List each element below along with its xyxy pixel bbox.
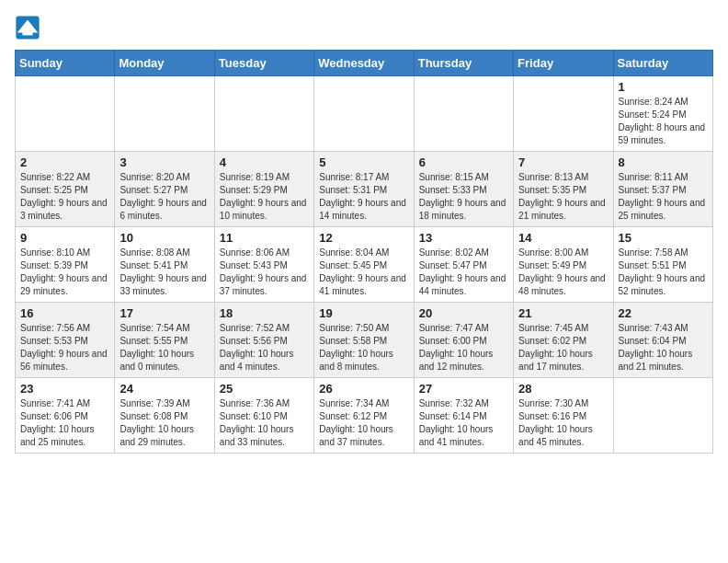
day-info: Sunrise: 8:24 AM Sunset: 5:24 PM Dayligh… [619, 96, 708, 147]
calendar-cell: 12Sunrise: 8:04 AM Sunset: 5:45 PM Dayli… [314, 227, 414, 303]
calendar-cell [16, 76, 115, 152]
day-info: Sunrise: 8:06 AM Sunset: 5:43 PM Dayligh… [220, 247, 309, 298]
weekday-header-wednesday: Wednesday [314, 51, 414, 76]
weekday-header-monday: Monday [115, 51, 214, 76]
calendar-cell: 4Sunrise: 8:19 AM Sunset: 5:29 PM Daylig… [214, 152, 313, 227]
day-number: 12 [319, 231, 408, 245]
calendar-cell: 22Sunrise: 7:43 AM Sunset: 6:04 PM Dayli… [613, 303, 712, 378]
day-info: Sunrise: 7:36 AM Sunset: 6:10 PM Dayligh… [220, 397, 309, 449]
day-number: 5 [319, 155, 408, 169]
day-info: Sunrise: 7:34 AM Sunset: 6:12 PM Dayligh… [319, 397, 408, 449]
calendar-cell [214, 76, 313, 152]
calendar-week-row: 23Sunrise: 7:41 AM Sunset: 6:06 PM Dayli… [16, 378, 713, 454]
day-info: Sunrise: 8:08 AM Sunset: 5:41 PM Dayligh… [119, 247, 209, 298]
day-number: 4 [220, 155, 309, 169]
day-number: 20 [419, 306, 508, 320]
calendar-cell: 14Sunrise: 8:00 AM Sunset: 5:49 PM Dayli… [514, 227, 613, 303]
day-number: 23 [20, 382, 109, 396]
day-number: 2 [20, 155, 109, 169]
calendar-week-row: 1Sunrise: 8:24 AM Sunset: 5:24 PM Daylig… [16, 76, 713, 152]
day-number: 15 [619, 231, 708, 245]
calendar-cell: 11Sunrise: 8:06 AM Sunset: 5:43 PM Dayli… [214, 227, 313, 303]
day-info: Sunrise: 8:17 AM Sunset: 5:31 PM Dayligh… [319, 171, 408, 223]
calendar-week-row: 16Sunrise: 7:56 AM Sunset: 5:53 PM Dayli… [16, 303, 713, 378]
calendar-cell [314, 76, 414, 152]
day-number: 13 [419, 231, 508, 245]
calendar-cell: 23Sunrise: 7:41 AM Sunset: 6:06 PM Dayli… [16, 378, 115, 454]
calendar-cell: 24Sunrise: 7:39 AM Sunset: 6:08 PM Dayli… [115, 378, 214, 454]
day-info: Sunrise: 7:52 AM Sunset: 5:56 PM Dayligh… [220, 322, 309, 373]
day-info: Sunrise: 8:13 AM Sunset: 5:35 PM Dayligh… [518, 171, 608, 223]
calendar-cell: 10Sunrise: 8:08 AM Sunset: 5:41 PM Dayli… [115, 227, 214, 303]
day-info: Sunrise: 8:19 AM Sunset: 5:29 PM Dayligh… [220, 171, 309, 223]
day-info: Sunrise: 8:10 AM Sunset: 5:39 PM Dayligh… [20, 247, 109, 298]
header [15, 15, 713, 40]
calendar-cell: 16Sunrise: 7:56 AM Sunset: 5:53 PM Dayli… [16, 303, 115, 378]
day-info: Sunrise: 8:11 AM Sunset: 5:37 PM Dayligh… [619, 171, 708, 223]
day-number: 11 [220, 231, 309, 245]
calendar-cell: 7Sunrise: 8:13 AM Sunset: 5:35 PM Daylig… [514, 152, 613, 227]
day-info: Sunrise: 8:04 AM Sunset: 5:45 PM Dayligh… [319, 247, 408, 298]
weekday-header-friday: Friday [514, 51, 613, 76]
day-info: Sunrise: 8:22 AM Sunset: 5:25 PM Dayligh… [20, 171, 109, 223]
day-number: 19 [319, 306, 408, 320]
calendar-cell: 2Sunrise: 8:22 AM Sunset: 5:25 PM Daylig… [16, 152, 115, 227]
day-number: 1 [619, 80, 708, 94]
day-info: Sunrise: 7:54 AM Sunset: 5:55 PM Dayligh… [119, 322, 209, 373]
day-info: Sunrise: 7:30 AM Sunset: 6:16 PM Dayligh… [518, 397, 608, 449]
weekday-header-tuesday: Tuesday [214, 51, 313, 76]
day-info: Sunrise: 7:56 AM Sunset: 5:53 PM Dayligh… [20, 322, 109, 373]
calendar-cell [613, 378, 712, 454]
day-number: 18 [220, 306, 309, 320]
day-info: Sunrise: 7:41 AM Sunset: 6:06 PM Dayligh… [20, 397, 109, 449]
day-number: 22 [619, 306, 708, 320]
day-info: Sunrise: 7:58 AM Sunset: 5:51 PM Dayligh… [619, 247, 708, 298]
logo [15, 15, 42, 40]
calendar-cell: 6Sunrise: 8:15 AM Sunset: 5:33 PM Daylig… [414, 152, 513, 227]
day-info: Sunrise: 7:45 AM Sunset: 6:02 PM Dayligh… [518, 322, 608, 373]
day-number: 25 [220, 382, 309, 396]
day-number: 9 [20, 231, 109, 245]
day-number: 24 [119, 382, 209, 396]
weekday-header-row: SundayMondayTuesdayWednesdayThursdayFrid… [16, 51, 713, 76]
calendar-cell: 8Sunrise: 8:11 AM Sunset: 5:37 PM Daylig… [613, 152, 712, 227]
day-number: 28 [518, 382, 608, 396]
calendar-cell: 19Sunrise: 7:50 AM Sunset: 5:58 PM Dayli… [314, 303, 414, 378]
calendar-cell: 25Sunrise: 7:36 AM Sunset: 6:10 PM Dayli… [214, 378, 313, 454]
calendar-cell: 13Sunrise: 8:02 AM Sunset: 5:47 PM Dayli… [414, 227, 513, 303]
calendar-cell [414, 76, 513, 152]
calendar-cell [115, 76, 214, 152]
calendar-cell: 17Sunrise: 7:54 AM Sunset: 5:55 PM Dayli… [115, 303, 214, 378]
day-info: Sunrise: 8:00 AM Sunset: 5:49 PM Dayligh… [518, 247, 608, 298]
day-info: Sunrise: 7:50 AM Sunset: 5:58 PM Dayligh… [319, 322, 408, 373]
day-number: 27 [419, 382, 508, 396]
calendar-cell: 26Sunrise: 7:34 AM Sunset: 6:12 PM Dayli… [314, 378, 414, 454]
day-info: Sunrise: 8:15 AM Sunset: 5:33 PM Dayligh… [419, 171, 508, 223]
weekday-header-sunday: Sunday [16, 51, 115, 76]
day-number: 3 [119, 155, 209, 169]
day-number: 17 [119, 306, 209, 320]
calendar-cell: 18Sunrise: 7:52 AM Sunset: 5:56 PM Dayli… [214, 303, 313, 378]
calendar-cell: 20Sunrise: 7:47 AM Sunset: 6:00 PM Dayli… [414, 303, 513, 378]
day-number: 7 [518, 155, 608, 169]
calendar-cell [514, 76, 613, 152]
day-number: 10 [119, 231, 209, 245]
svg-rect-2 [22, 29, 32, 35]
day-info: Sunrise: 7:43 AM Sunset: 6:04 PM Dayligh… [619, 322, 708, 373]
weekday-header-thursday: Thursday [414, 51, 513, 76]
calendar-cell: 28Sunrise: 7:30 AM Sunset: 6:16 PM Dayli… [514, 378, 613, 454]
calendar-cell: 5Sunrise: 8:17 AM Sunset: 5:31 PM Daylig… [314, 152, 414, 227]
day-number: 14 [518, 231, 608, 245]
calendar-cell: 15Sunrise: 7:58 AM Sunset: 5:51 PM Dayli… [613, 227, 712, 303]
day-info: Sunrise: 7:47 AM Sunset: 6:00 PM Dayligh… [419, 322, 508, 373]
calendar-cell: 3Sunrise: 8:20 AM Sunset: 5:27 PM Daylig… [115, 152, 214, 227]
calendar-week-row: 2Sunrise: 8:22 AM Sunset: 5:25 PM Daylig… [16, 152, 713, 227]
calendar-cell: 1Sunrise: 8:24 AM Sunset: 5:24 PM Daylig… [613, 76, 712, 152]
day-number: 26 [319, 382, 408, 396]
day-info: Sunrise: 8:20 AM Sunset: 5:27 PM Dayligh… [119, 171, 209, 223]
day-info: Sunrise: 7:32 AM Sunset: 6:14 PM Dayligh… [419, 397, 508, 449]
calendar-cell: 9Sunrise: 8:10 AM Sunset: 5:39 PM Daylig… [16, 227, 115, 303]
day-number: 8 [619, 155, 708, 169]
day-number: 16 [20, 306, 109, 320]
calendar-week-row: 9Sunrise: 8:10 AM Sunset: 5:39 PM Daylig… [16, 227, 713, 303]
